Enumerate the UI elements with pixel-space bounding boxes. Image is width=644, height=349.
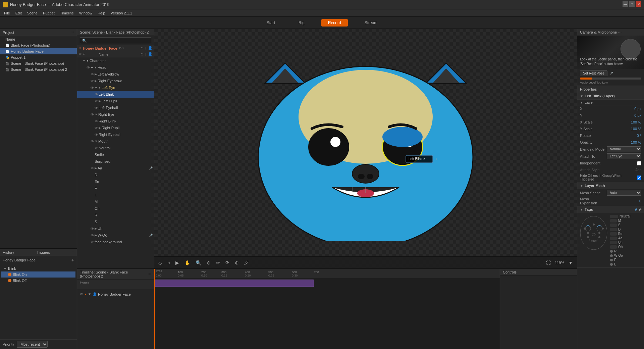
track-expand-arrow[interactable]: ▼ bbox=[88, 292, 91, 296]
project-menu-icon[interactable]: ⋯ bbox=[70, 30, 74, 35]
history-tab[interactable]: History bbox=[3, 250, 14, 254]
tag-action-A[interactable]: A bbox=[635, 208, 637, 211]
playhead[interactable] bbox=[154, 269, 155, 349]
scene-search-input[interactable] bbox=[80, 37, 151, 44]
triggers-menu-icon[interactable]: ⋯ bbox=[70, 250, 74, 254]
layer-M[interactable]: M bbox=[77, 198, 154, 205]
set-rest-pose-button[interactable]: Set Rest Pose bbox=[580, 70, 607, 76]
zoom-dropdown[interactable]: ▼ bbox=[567, 259, 574, 267]
timeline-menu-icon[interactable]: ⋯ bbox=[148, 272, 151, 277]
nav-stream[interactable]: Stream bbox=[358, 19, 384, 27]
add-trigger-button[interactable]: + bbox=[71, 257, 74, 263]
layer-L[interactable]: L bbox=[77, 192, 154, 198]
layer-right-eye[interactable]: 👁 ▼ Right Eye bbox=[77, 111, 154, 118]
menu-help[interactable]: Help bbox=[95, 10, 108, 16]
track-eye-icon[interactable]: 👁 bbox=[80, 292, 83, 296]
camera-collapse-icon[interactable]: ⋯ bbox=[618, 31, 622, 34]
prop-xscale-value[interactable]: 100 % bbox=[631, 120, 641, 124]
layer-left-eye[interactable]: 👁 ✦ ▼ Left Eye bbox=[77, 84, 154, 91]
layer-head[interactable]: 👁 ✦ ▼ Head bbox=[77, 64, 154, 71]
layer-Ee[interactable]: Ee bbox=[77, 178, 154, 185]
trigger-blink-off[interactable]: Blink Off bbox=[1, 278, 75, 284]
menu-window[interactable]: Window bbox=[76, 10, 95, 16]
layer-D[interactable]: D bbox=[77, 171, 154, 178]
layer-character[interactable]: ▼ ✦ Character bbox=[77, 57, 154, 64]
prop-attach-select[interactable]: Left Eye bbox=[607, 153, 641, 159]
layer-uh[interactable]: 👁 ▶ Uh bbox=[77, 225, 154, 232]
prop-independent-checkbox[interactable] bbox=[637, 161, 641, 165]
scene-action-icon1[interactable]: ⊕ bbox=[141, 46, 144, 50]
layer-S[interactable]: S bbox=[77, 218, 154, 225]
layer-F[interactable]: F bbox=[77, 185, 154, 192]
layer-face-bg[interactable]: 👁 face background bbox=[77, 239, 154, 245]
layer-left-eyeball[interactable]: 👁 Left Eyeball bbox=[77, 104, 154, 111]
tool-paint[interactable]: 🖊 bbox=[243, 259, 250, 267]
tool-pen[interactable]: ✏ bbox=[215, 259, 221, 267]
layer-action1[interactable]: ⊕ bbox=[141, 52, 144, 56]
layer-section-collapse[interactable]: ▼ bbox=[580, 101, 583, 104]
layer-left-blink[interactable]: 👁 Left Blink bbox=[77, 91, 154, 98]
project-item-scene2[interactable]: 🎬 Scene - Blank Face (Photoshop) 2 bbox=[0, 66, 77, 72]
tool-play[interactable]: ▶ bbox=[174, 259, 180, 267]
minimize-button[interactable]: — bbox=[623, 1, 628, 7]
prop-y-value[interactable]: 0 px bbox=[634, 113, 641, 117]
prop-hide-others-checkbox[interactable] bbox=[637, 176, 641, 180]
tags-collapse-icon[interactable]: ▼ bbox=[580, 208, 583, 211]
menu-scene[interactable]: Scene bbox=[24, 10, 40, 16]
project-item-puppet1[interactable]: 🎭 Puppet 1 bbox=[0, 54, 77, 60]
tool-record[interactable]: ⊙ bbox=[205, 259, 212, 267]
scene-action-icon2[interactable]: ↓ bbox=[145, 46, 147, 50]
layer-action2[interactable]: ↓ bbox=[145, 52, 147, 56]
prop-rotate-value[interactable]: 0 ° bbox=[637, 134, 641, 138]
project-item-honey-badger[interactable]: 📄 Honey Badger Face bbox=[0, 48, 77, 54]
prop-x-value[interactable]: 0 px bbox=[634, 107, 641, 111]
layer-action3[interactable]: 👤 bbox=[148, 52, 153, 56]
layer-neutral[interactable]: 👁 Neutral bbox=[77, 145, 154, 151]
nav-record[interactable]: Record bbox=[321, 19, 348, 27]
layer-Oh[interactable]: Oh bbox=[77, 205, 154, 212]
project-item-scene1[interactable]: 🎬 Scene - Blank Face (Photoshop) bbox=[0, 60, 77, 66]
prop-blending-select[interactable]: Normal bbox=[607, 146, 641, 152]
tool-diamond[interactable]: ◇ bbox=[157, 259, 163, 267]
menu-edit[interactable]: Edit bbox=[13, 10, 24, 16]
layer-left-eyebrow[interactable]: 👁 ▶ Left Eyebrow bbox=[77, 71, 154, 78]
project-item-blank-face[interactable]: 📄 Blank Face (Photoshop) bbox=[0, 42, 77, 48]
layer-right-blink[interactable]: 👁 Right Blink bbox=[77, 118, 154, 124]
layer-aa[interactable]: 👁 ▶ Aa 🎤 bbox=[77, 165, 154, 171]
menu-file[interactable]: File bbox=[1, 10, 13, 16]
layer-mouth[interactable]: 👁 ▼ Mouth bbox=[77, 138, 154, 145]
layer-right-pupil[interactable]: 👁 ▶ Right Pupil bbox=[77, 124, 154, 131]
prop-mesh-shape-select[interactable]: Auto bbox=[607, 190, 641, 196]
tag-action-icon[interactable]: ⇄ bbox=[639, 208, 641, 211]
layer-collapse-icon[interactable]: ▼ bbox=[580, 94, 583, 98]
prop-opacity-value[interactable]: 100 % bbox=[631, 140, 641, 144]
layer-right-eyeball[interactable]: 👁 Right Eyeball bbox=[77, 131, 154, 138]
menu-timeline[interactable]: Timeline bbox=[57, 10, 76, 16]
layer-left-pupil[interactable]: 👁 ▶ Left Pupil bbox=[77, 98, 154, 104]
layer-smile[interactable]: Smile bbox=[77, 151, 154, 158]
mic-icon[interactable]: 🎤 bbox=[609, 72, 613, 75]
layer-R[interactable]: R bbox=[77, 212, 154, 218]
scene-action-icon3[interactable]: 👤 bbox=[148, 46, 153, 50]
tool-warp[interactable]: ⟳ bbox=[224, 259, 231, 267]
tool-circle[interactable]: ○ bbox=[166, 259, 171, 267]
trigger-blink[interactable]: ▼ Blink bbox=[1, 265, 75, 271]
tool-zoom[interactable]: 🔍 bbox=[194, 259, 203, 267]
close-button[interactable]: ✕ bbox=[636, 1, 641, 7]
trigger-blink-on[interactable]: Blink On bbox=[1, 271, 75, 278]
menu-puppet[interactable]: Puppet bbox=[40, 10, 57, 16]
layer-right-eyebrow[interactable]: 👁 ▶ Right Eyebrow bbox=[77, 78, 154, 84]
mesh-collapse-icon[interactable]: ▼ bbox=[580, 184, 583, 188]
tool-move[interactable]: ⊕ bbox=[233, 259, 240, 267]
triggers-tab[interactable]: Triggers bbox=[37, 250, 50, 254]
nav-start[interactable]: Start bbox=[260, 19, 282, 27]
fullscreen-button[interactable]: ⛶ bbox=[545, 259, 552, 267]
nav-rig[interactable]: Rig bbox=[292, 19, 311, 27]
timeline-right[interactable]: m:ss 0 100 200 300 400 500 600 700 0:00 … bbox=[154, 269, 500, 349]
layer-surprised[interactable]: Surprised bbox=[77, 158, 154, 165]
maximize-button[interactable]: □ bbox=[629, 1, 635, 7]
prop-yscale-value[interactable]: 100 % bbox=[631, 127, 641, 131]
layer-woo[interactable]: 👁 ▶ W-Oo 🎤 bbox=[77, 232, 154, 239]
tool-hand[interactable]: ✋ bbox=[183, 259, 192, 267]
prop-mesh-expansion-value[interactable]: 0 bbox=[639, 199, 641, 203]
